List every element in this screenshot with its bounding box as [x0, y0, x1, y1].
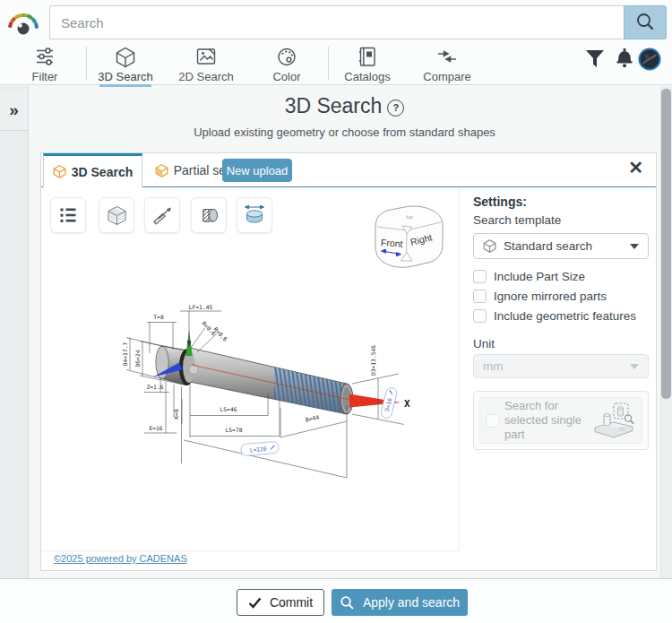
compare-arrows-icon [407, 47, 487, 68]
toolbar-list-button[interactable] [50, 197, 86, 233]
unit-value: mm [483, 359, 504, 373]
active-nav-underline [99, 84, 151, 87]
cadenas-copyright-link[interactable]: ©2025 powered by CADENAS [54, 553, 187, 564]
viewcube-front-label: Front [381, 237, 403, 249]
chevron-down-icon [630, 364, 639, 369]
dim-label: E=16 [149, 425, 162, 431]
dim-label: K=8 [173, 409, 179, 420]
search-template-value: Standard search [504, 239, 592, 253]
tab-header: 3D Search Partial search New upload ✕ [41, 153, 656, 187]
x-axis-label: X [404, 398, 410, 410]
dim-label: LS=78 [226, 427, 243, 433]
commit-label: Commit [270, 595, 313, 610]
tab-3d-search[interactable]: 3D Search [43, 153, 142, 187]
nav-item-label: Catalogs [327, 70, 408, 83]
dim-label: LS=46 [220, 406, 237, 412]
checkbox-geometric-features[interactable]: Include geometric features [473, 307, 649, 324]
scrollbar-thumb[interactable] [661, 89, 671, 399]
search-template-label: Search template [473, 213, 561, 227]
dim-label: D6=24 [134, 350, 141, 367]
checkbox-box [473, 270, 487, 283]
close-icon[interactable]: ✕ [628, 157, 643, 178]
checkbox-label: Include Part Size [494, 270, 585, 283]
filter-sliders-icon [4, 47, 85, 68]
bell-icon [614, 47, 635, 71]
funnel-icon [585, 49, 605, 71]
toolbar-mesh-button[interactable] [99, 197, 134, 233]
user-avatar[interactable] [638, 48, 661, 74]
nav-item-filter[interactable]: Filter [4, 45, 85, 84]
tab-label: 3D Search [72, 165, 133, 179]
nav-item-compare[interactable]: Compare [407, 45, 487, 84]
left-sidebar-rail: » [0, 86, 29, 578]
dim-label: T=8 [153, 314, 164, 320]
avatar-icon [638, 48, 661, 71]
checkbox-label: Include geometric features [494, 309, 636, 323]
checkbox-label: Ignore mirrored parts [494, 290, 607, 303]
list-icon [58, 205, 78, 225]
toolbar-cylinder-size-button[interactable] [237, 197, 272, 233]
apply-and-search-button[interactable]: Apply and search [332, 589, 468, 616]
3d-search-panel: 3D Search Partial search New upload ✕ [40, 152, 657, 571]
chevrons-right-icon: » [9, 100, 19, 120]
viewcube-top-label: Top [405, 214, 413, 221]
3d-search-app: Filter 3D Search [0, 0, 672, 623]
nav-divider [328, 47, 329, 81]
nav-item-3d-search[interactable]: 3D Search [85, 45, 166, 84]
unit-select: mm [473, 354, 649, 378]
nav-item-catalogs[interactable]: Catalogs [327, 45, 408, 84]
nav-item-label: Compare [407, 70, 487, 83]
footer-bar: Commit Apply and search [0, 578, 672, 623]
help-icon[interactable]: ? [387, 100, 404, 117]
length-value-box[interactable]: L=120 [240, 441, 279, 456]
cube-3d-icon [85, 47, 166, 68]
palette-icon [246, 47, 327, 68]
dim-label: B=44 [305, 413, 320, 422]
nav-item-label: Filter [4, 70, 85, 83]
measure-ruler-icon [152, 205, 173, 226]
search-input[interactable] [49, 5, 624, 39]
dim-label: LF=1.45 [189, 304, 213, 310]
notifications-button[interactable] [614, 47, 635, 74]
magnifier-icon [340, 595, 355, 610]
single-part-icon [592, 402, 635, 439]
checkbox-ignore-mirrored[interactable]: Ignore mirrored parts [473, 288, 649, 304]
single-part-label: Search for selected single part [504, 399, 587, 442]
dim-label: D3=13.546 [370, 345, 376, 376]
search-button[interactable] [624, 5, 667, 39]
nav-item-label: 3D Search [85, 70, 166, 83]
nav-item-2d-search[interactable]: 2D Search [166, 45, 246, 84]
apply-label: Apply and search [363, 595, 460, 610]
page-subtitle: Upload existing geometry or choose from … [29, 125, 660, 139]
chevron-down-icon [630, 244, 639, 249]
app-logo-gauge-icon[interactable] [4, 4, 42, 40]
page-title-row: 3D Search? [29, 94, 660, 118]
toolbar-measure-button[interactable] [144, 197, 180, 233]
nav-item-color[interactable]: Color [246, 45, 327, 84]
page-title: 3D Search [285, 94, 383, 117]
toolbar-section-button[interactable] [191, 197, 227, 233]
check-icon [248, 597, 262, 609]
commit-button[interactable]: Commit [237, 589, 324, 616]
checkbox-box [486, 414, 499, 428]
new-upload-button[interactable]: New upload [222, 159, 292, 182]
image-2d-icon [166, 47, 246, 68]
top-bar: Filter 3D Search [0, 0, 672, 85]
nav-item-label: Color [246, 70, 327, 83]
checkbox-box [473, 309, 487, 323]
3d-viewport[interactable]: Front Right Top [41, 187, 460, 551]
settings-heading: Settings: [473, 195, 527, 209]
search-template-select[interactable]: Standard search [473, 233, 649, 259]
nav-divider [86, 47, 87, 81]
orange-partial-cube-icon [155, 164, 168, 177]
checkbox-box [473, 290, 487, 303]
cylinder-measure-icon [244, 204, 265, 226]
search-single-part-button: Search for selected single part [473, 391, 649, 450]
orange-cube-icon [53, 165, 66, 178]
sidebar-expand-button[interactable]: » [0, 90, 28, 131]
dim-label: D4=17.7 [122, 342, 128, 367]
mesh-cube-icon [107, 205, 127, 226]
magnifier-icon [633, 11, 657, 34]
checkbox-include-part-size[interactable]: Include Part Size [473, 268, 649, 284]
filter-funnel-button[interactable] [585, 49, 605, 74]
